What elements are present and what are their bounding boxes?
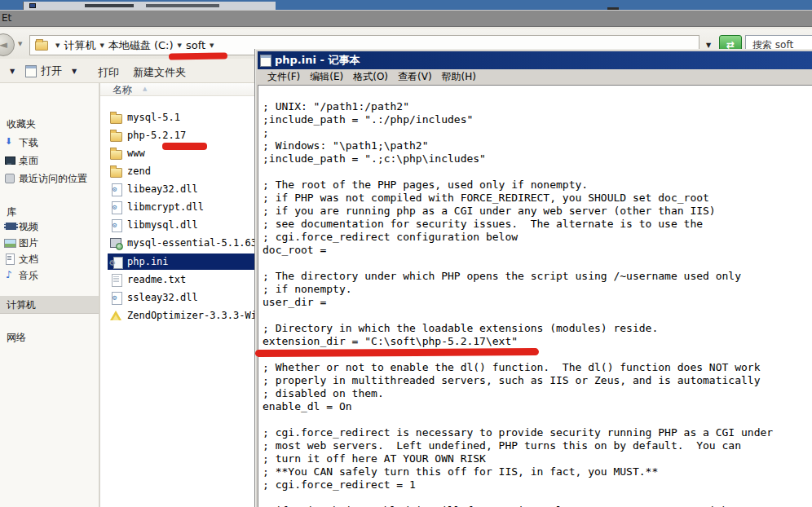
window-icon <box>29 3 36 8</box>
sidebar-item-music[interactable]: 音乐 <box>0 268 99 283</box>
text-line: ; Whether or not to enable the dl() func… <box>263 361 812 374</box>
breadcrumb-caret-icon[interactable]: ▼ <box>95 42 108 49</box>
zend-installer-icon <box>110 310 122 322</box>
music-icon <box>4 270 15 281</box>
text-line: ; see documentation for security issues.… <box>263 218 812 231</box>
file-row-ssleay32-dll[interactable]: ssleay32.dll <box>108 289 256 306</box>
text-line: ; UNIX: "/path1:/path2" <box>263 100 812 113</box>
folder-icon <box>110 165 122 178</box>
background-window-fragment <box>23 2 276 10</box>
sidebar-item-recent-places[interactable]: 最近访问的位置 <box>0 171 99 186</box>
text-line: ; cgi.force_redirect is necessary to pro… <box>263 426 812 439</box>
notepad-icon <box>25 65 37 77</box>
explorer-titlebar: Et <box>0 10 812 27</box>
file-row-php-ini-selected[interactable]: php.ini <box>108 254 256 270</box>
sidebar-header-favorites[interactable]: 收藏夹 <box>0 117 99 131</box>
breadcrumb-caret-icon[interactable]: ▼ <box>51 42 64 49</box>
recent-places-icon <box>4 173 15 184</box>
sidebar-item-documents[interactable]: 文档 <box>0 252 99 267</box>
text-line: ; most web servers. Left undefined, PHP … <box>263 439 812 452</box>
navigation-sidebar: 收藏夹 下载 桌面 最近访问的位置 库 视频 图片 文档 音乐 计算机 网络 <box>0 83 99 507</box>
chevron-down-icon[interactable]: ▼ <box>72 68 77 75</box>
breadcrumb-caret-icon[interactable]: ▼ <box>174 42 186 49</box>
notepad-title: php.ini - 记事本 <box>275 53 360 68</box>
file-row-php-5.2.17[interactable]: php-5.2.17 <box>108 127 256 143</box>
text-line: ;include_path = ".;c:\php\includes" <box>263 152 812 165</box>
file-row-libeay32-dll[interactable]: libeay32.dll <box>108 181 256 197</box>
text-line: user_dir = <box>263 296 812 309</box>
text-line: ; The root of the PHP pages, used only i… <box>263 179 812 192</box>
dll-file-icon <box>110 183 122 196</box>
folder-icon <box>110 112 122 124</box>
notepad-text-area[interactable]: ; UNIX: "/path1:/path2" ;include_path = … <box>258 85 812 507</box>
chevron-down-icon[interactable]: ▼ <box>18 41 22 47</box>
organize-caret-icon[interactable]: ▼ <box>10 68 15 75</box>
file-row-libmysql-dll[interactable]: libmysql.dll <box>108 217 256 233</box>
text-line: ; cgi.force_redirect configuration below <box>263 231 812 244</box>
address-history-caret-icon[interactable]: ▼ <box>706 42 711 49</box>
background-window-titlebar <box>0 0 812 10</box>
open-button-label: 打开 <box>41 64 62 78</box>
text-line: ; cgi.force_redirect = 1 <box>263 478 812 492</box>
text-line <box>263 309 812 322</box>
pictures-icon <box>4 237 15 249</box>
text-line: enable_dl = On <box>263 400 812 413</box>
sort-ascending-icon: ▲ <box>143 86 147 92</box>
sidebar-item-videos[interactable]: 视频 <box>0 219 99 234</box>
text-line: doc_root = <box>263 244 812 257</box>
text-line <box>263 413 812 426</box>
config-file-icon <box>110 256 122 268</box>
open-button[interactable]: 打开 ▼ <box>25 62 77 80</box>
file-row-zendoptimizer[interactable]: ZendOptimizer-3.3.3-Windo <box>108 307 256 324</box>
text-line: ; if you are running php as a CGI under … <box>263 205 812 218</box>
text-line: ; The directory under which PHP opens th… <box>263 270 812 283</box>
sidebar-item-desktop[interactable]: 桌面 <box>0 153 99 168</box>
text-line <box>263 257 812 270</box>
dll-file-icon <box>110 292 122 304</box>
sidebar-header-network[interactable]: 网络 <box>0 330 99 345</box>
file-row-libmcrypt-dll[interactable]: libmcrypt.dll <box>108 199 256 215</box>
menu-file[interactable]: 文件(F) <box>267 70 300 84</box>
file-row-mysql-5.1[interactable]: mysql-5.1 <box>108 109 256 126</box>
menu-help[interactable]: 帮助(H) <box>442 70 476 84</box>
red-underline-annotation-extension-dir <box>255 348 539 357</box>
titlebar-text-fragment <box>85 4 134 7</box>
text-line: extension_dir = "C:\soft\php-5.2.17\ext" <box>263 335 812 348</box>
installer-icon <box>110 237 122 249</box>
notepad-titlebar: php.ini - 记事本 <box>258 51 812 69</box>
text-line: ; if nonempty. <box>263 283 812 296</box>
text-line <box>263 165 812 179</box>
text-line: ; properly in multithreaded servers, suc… <box>263 374 812 387</box>
back-button[interactable]: ◄ <box>0 33 15 56</box>
notepad-menubar: 文件(F) 编辑(E) 格式(O) 查看(V) 帮助(H) <box>258 69 812 85</box>
sidebar-header-computer[interactable]: 计算机 <box>0 298 99 312</box>
menu-view[interactable]: 查看(V) <box>398 70 432 84</box>
breadcrumb-local-disk-c[interactable]: 本地磁盘 (C:) <box>108 38 174 53</box>
file-row-readme-txt[interactable]: readme.txt <box>108 271 256 288</box>
menu-format[interactable]: 格式(O) <box>353 70 388 84</box>
sidebar-item-downloads[interactable]: 下载 <box>0 135 99 150</box>
text-line: ; disabled on them. <box>263 387 812 400</box>
breadcrumb-caret-icon[interactable]: ▼ <box>205 42 218 49</box>
sidebar-header-libraries[interactable]: 库 <box>0 205 99 219</box>
new-folder-button[interactable]: 新建文件夹 <box>133 65 186 80</box>
explorer-title-fragment: Et <box>2 12 11 24</box>
breadcrumb-computer[interactable]: 计算机 <box>64 38 95 53</box>
sidebar-item-pictures[interactable]: 图片 <box>0 236 99 250</box>
text-line: ; if PHP was not compiled with FORCE_RED… <box>263 192 812 205</box>
text-file-icon <box>110 274 122 286</box>
print-button[interactable]: 打印 <box>98 65 119 80</box>
file-row-mysql-essential[interactable]: mysql-essential-5.1.63-wi <box>108 235 256 251</box>
dll-file-icon <box>110 201 122 214</box>
notepad-window: php.ini - 记事本 文件(F) 编辑(E) 格式(O) 查看(V) 帮助… <box>255 49 812 507</box>
desktop-icon <box>4 155 15 166</box>
menu-edit[interactable]: 编辑(E) <box>310 70 343 84</box>
notepad-icon <box>260 55 271 67</box>
text-line: ; Windows: "\path1;\path2" <box>263 139 812 152</box>
breadcrumb-soft[interactable]: soft <box>186 39 205 51</box>
red-underline-annotation-php-folder <box>162 143 207 150</box>
documents-icon <box>4 254 15 265</box>
text-line <box>263 492 812 505</box>
file-row-zend[interactable]: zend <box>108 163 256 179</box>
text-line: ; Directory in which the loadable extens… <box>263 322 812 335</box>
